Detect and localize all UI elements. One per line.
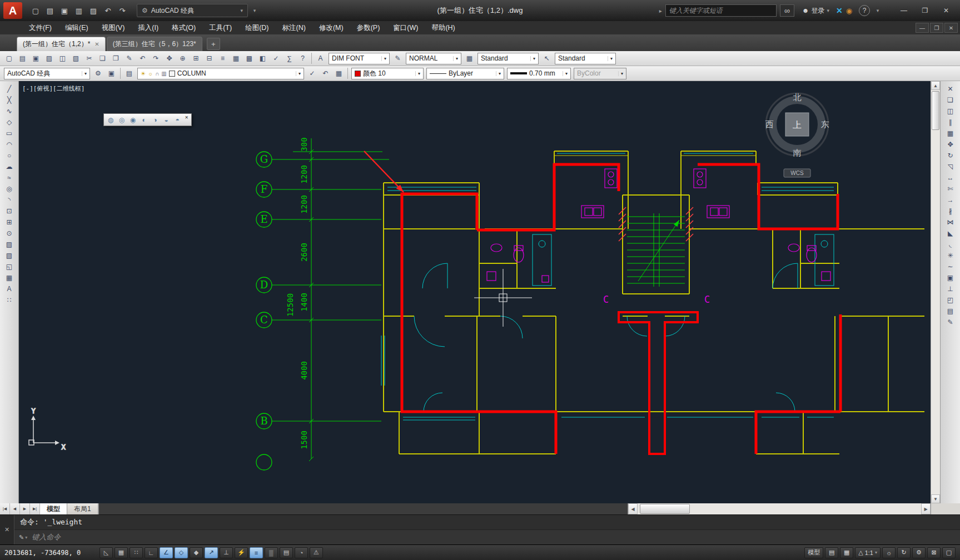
pan-icon[interactable]: ✥ bbox=[163, 52, 176, 64]
infer-constraints-toggle[interactable]: ◺ bbox=[100, 547, 113, 558]
first-tab-button[interactable]: |◀ bbox=[0, 503, 10, 514]
model-space-icon[interactable]: ▤ bbox=[825, 547, 838, 558]
layer-states-icon[interactable]: ▦ bbox=[332, 67, 345, 79]
search-input[interactable]: 键入关键字或短语 bbox=[665, 4, 777, 17]
horizontal-scroll-thumb[interactable] bbox=[640, 504, 690, 514]
layout-space-icon[interactable]: ▦ bbox=[840, 547, 853, 558]
revision-cloud-icon[interactable]: ☁ bbox=[2, 161, 17, 172]
command-close-icon[interactable]: ✕ bbox=[0, 515, 14, 544]
construction-line-icon[interactable]: ╳ bbox=[2, 94, 17, 106]
publish-icon[interactable]: ▧ bbox=[69, 52, 82, 64]
scroll-right-icon[interactable]: ▶ bbox=[921, 503, 931, 514]
sign-in-button[interactable]: ☻ 登录 ▾ bbox=[802, 6, 829, 16]
annotation-visibility-icon[interactable]: ☼ bbox=[882, 547, 896, 558]
trim-icon[interactable]: ✄ bbox=[943, 183, 958, 194]
plot-preview-icon[interactable]: ◫ bbox=[56, 52, 69, 64]
ellipse-arc-icon[interactable]: ◝ bbox=[2, 194, 17, 206]
qat-save-icon[interactable]: ▣ bbox=[58, 4, 71, 17]
ellipse-icon[interactable]: ◎ bbox=[2, 183, 17, 194]
horizontal-scroll-track[interactable] bbox=[638, 503, 921, 514]
mirror-icon[interactable]: ◫ bbox=[943, 106, 958, 117]
drawing-canvas[interactable]: [-][俯视][二维线框] ◍◎◉◐◑◒◓ ✕ bbox=[19, 81, 931, 503]
object-snap-tracking-toggle[interactable]: ↗ bbox=[205, 547, 218, 558]
scroll-left-icon[interactable]: ◀ bbox=[628, 503, 638, 514]
mdi-minimize-button[interactable]: — bbox=[916, 23, 929, 33]
menu-modify[interactable]: 修改(M) bbox=[312, 21, 350, 34]
insert-block-icon[interactable]: ⊡ bbox=[2, 206, 17, 217]
close-icon[interactable]: ✕ bbox=[94, 41, 99, 47]
transparency-toggle[interactable]: ▒ bbox=[265, 547, 278, 558]
minimize-button[interactable]: — bbox=[893, 3, 914, 18]
last-tab-button[interactable]: ▶| bbox=[30, 503, 40, 514]
help-dropdown-icon[interactable]: ▾ bbox=[873, 4, 882, 17]
help-icon[interactable]: ? bbox=[296, 52, 309, 64]
horizontal-scrollbar[interactable]: ◀ ▶ bbox=[628, 503, 931, 514]
save-icon[interactable]: ▣ bbox=[29, 52, 42, 64]
mleader-style-dropdown[interactable]: Standard ▾ bbox=[555, 53, 616, 64]
orbit-front-icon[interactable]: ◒ bbox=[161, 114, 172, 125]
hatch-icon[interactable]: ▨ bbox=[2, 239, 17, 250]
dim-style-icon[interactable]: ✎ bbox=[391, 52, 404, 64]
group-icon[interactable]: ▣ bbox=[943, 272, 958, 283]
text-style-dropdown[interactable]: DIM FONT ▾ bbox=[329, 53, 390, 64]
file-tab-active[interactable]: (第一组）住宅（1,2）* ✕ bbox=[17, 37, 106, 51]
undo-icon[interactable]: ↶ bbox=[136, 52, 149, 64]
annotation-scale-button[interactable]: △ 1:1 ▾ bbox=[855, 547, 881, 558]
qat-plot-icon[interactable]: ▨ bbox=[87, 4, 100, 17]
menu-parametric[interactable]: 参数(P) bbox=[350, 21, 387, 34]
match-properties-icon[interactable]: ✎ bbox=[123, 52, 136, 64]
orbit-constrained-icon[interactable]: ◍ bbox=[105, 114, 116, 125]
exchange-apps-icon[interactable]: ✕ bbox=[836, 6, 843, 15]
tool-palettes-icon[interactable]: ▩ bbox=[243, 52, 256, 64]
copy-clip-icon[interactable]: ❏ bbox=[96, 52, 109, 64]
dynamic-ucs-toggle[interactable]: ⊥ bbox=[220, 547, 233, 558]
restore-button[interactable]: ❐ bbox=[914, 3, 936, 18]
next-tab-button[interactable]: ▶ bbox=[20, 503, 30, 514]
linetype-dropdown[interactable]: ByLayer ▾ bbox=[426, 68, 504, 79]
gradient-icon[interactable]: ▧ bbox=[2, 250, 17, 261]
blend-curves-icon[interactable]: ∼ bbox=[943, 261, 958, 272]
erase-icon[interactable]: ✕ bbox=[943, 83, 958, 94]
coordinate-readout[interactable]: 2013681, -736498, 0 bbox=[4, 549, 98, 557]
menu-edit[interactable]: 编辑(E) bbox=[58, 21, 95, 34]
zoom-previous-icon[interactable]: ⊟ bbox=[203, 52, 216, 64]
recent-commands-button[interactable]: ✎ ▾ bbox=[19, 534, 27, 541]
menu-dimension[interactable]: 标注(N) bbox=[276, 21, 312, 34]
highlighted-wall-polyline[interactable] bbox=[402, 164, 840, 454]
multiline-text-icon[interactable]: A bbox=[2, 283, 17, 294]
plot-icon[interactable]: ▨ bbox=[43, 52, 56, 64]
search-expander-icon[interactable]: ▸ bbox=[659, 8, 662, 14]
new-drawing-tab-button[interactable]: + bbox=[207, 38, 220, 50]
stretch-icon[interactable]: ↔ bbox=[943, 172, 958, 183]
menu-file[interactable]: 文件(F) bbox=[22, 21, 58, 34]
zoom-realtime-icon[interactable]: ⊕ bbox=[176, 52, 189, 64]
polyline-icon[interactable]: ∿ bbox=[2, 106, 17, 117]
rectangle-icon[interactable]: ▭ bbox=[2, 128, 17, 139]
command-input-row[interactable]: ✎ ▾ 键入命令 bbox=[14, 530, 960, 544]
qat-undo-icon[interactable]: ↶ bbox=[101, 4, 115, 17]
make-object-layer-current-icon[interactable]: ✓ bbox=[306, 67, 319, 79]
extend-icon[interactable]: → bbox=[943, 194, 958, 206]
mleader-style-icon[interactable]: ↖ bbox=[540, 52, 553, 64]
help-icon[interactable]: ? bbox=[859, 5, 870, 16]
layer-dropdown[interactable]: ☀ ☼ ∩ ▥ COLUMN ▾ bbox=[137, 68, 304, 79]
menu-help[interactable]: 帮助(H) bbox=[425, 21, 461, 34]
workspace-dropdown[interactable]: ⚙ AutoCAD 经典 ▾ bbox=[137, 4, 248, 17]
annotation-monitor-toggle[interactable]: ⚠ bbox=[310, 547, 323, 558]
break-icon[interactable]: ∦ bbox=[943, 206, 958, 217]
vertical-scroll-thumb[interactable] bbox=[932, 91, 939, 130]
orbit-free-icon[interactable]: ◎ bbox=[116, 114, 127, 125]
create-block-icon[interactable]: ⊞ bbox=[2, 217, 17, 228]
spline-icon[interactable]: ≈ bbox=[2, 172, 17, 183]
search-icon[interactable]: ∞ bbox=[780, 4, 794, 17]
rotate-icon[interactable]: ↻ bbox=[943, 150, 958, 161]
table-style-dropdown[interactable]: Standard ▾ bbox=[477, 53, 539, 64]
layout1-tab[interactable]: 布局1 bbox=[67, 503, 98, 514]
circle-icon[interactable]: ○ bbox=[2, 150, 17, 161]
move-icon[interactable]: ✥ bbox=[943, 139, 958, 150]
workspace-switch-dropdown[interactable]: AutoCAD 经典 ▾ bbox=[4, 68, 90, 79]
selection-cycling-toggle[interactable]: ◔ bbox=[295, 547, 308, 558]
menu-window[interactable]: 窗口(W) bbox=[386, 21, 425, 34]
qat-new-icon[interactable]: ▢ bbox=[29, 4, 42, 17]
markup-set-manager-icon[interactable]: ✓ bbox=[270, 52, 282, 64]
